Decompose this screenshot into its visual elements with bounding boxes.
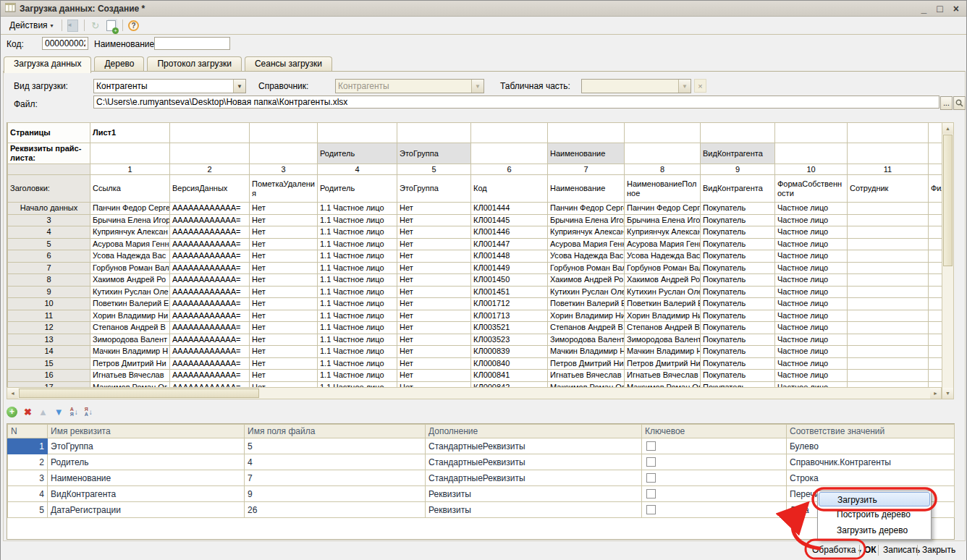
cell-deletion-mark[interactable]: Нет bbox=[250, 298, 318, 310]
cell-parent[interactable]: 1.1 Частное лицо bbox=[318, 262, 397, 274]
scroll-left-icon[interactable]: ◄ bbox=[7, 388, 18, 399]
cell-addition[interactable]: СтандартныеРеквизиты bbox=[426, 470, 642, 486]
tab-load-sessions[interactable]: Сеансы загрузки bbox=[245, 56, 332, 72]
column-header[interactable]: Фили bbox=[929, 175, 943, 203]
sort-ascending-icon[interactable]: АЯ↓ bbox=[70, 407, 78, 417]
cell-row-number[interactable]: 2 bbox=[8, 454, 48, 470]
cell-ownership[interactable]: Частное лицо bbox=[775, 370, 848, 382]
cell-addition[interactable]: Реквизиты bbox=[426, 502, 642, 518]
close-button[interactable]: × bbox=[953, 4, 959, 14]
cell-extra[interactable] bbox=[929, 346, 943, 358]
chevron-down-icon[interactable]: ▼ bbox=[233, 80, 245, 93]
cell-ref[interactable]: Мачкин Владимир Н bbox=[90, 346, 170, 358]
cell-ownership[interactable]: Частное лицо bbox=[775, 238, 848, 250]
key-checkbox[interactable] bbox=[646, 489, 656, 499]
cell-is-group[interactable]: Нет bbox=[397, 262, 471, 274]
cell-is-group[interactable]: Нет bbox=[397, 370, 471, 382]
cell-is-group[interactable]: Нет bbox=[397, 310, 471, 322]
cell-deletion-mark[interactable]: Нет bbox=[250, 370, 318, 382]
cell-extra[interactable] bbox=[929, 226, 943, 239]
cell-row-number[interactable]: 4 bbox=[8, 486, 48, 502]
copy-new-icon[interactable] bbox=[105, 19, 118, 32]
cell-ref[interactable]: Степанов Андрей В bbox=[90, 322, 170, 334]
cell-ownership[interactable]: Частное лицо bbox=[775, 214, 848, 226]
cell-name[interactable]: Степанов Андрей В bbox=[548, 322, 625, 334]
minimize-button[interactable]: _ bbox=[921, 4, 927, 14]
cell-ref[interactable]: Игнатьев Вячеслав bbox=[90, 370, 170, 382]
cell-kind[interactable]: Покупатель bbox=[701, 203, 775, 215]
cell-name[interactable]: Максимов Роман Ог bbox=[548, 381, 625, 387]
cell-key[interactable] bbox=[642, 502, 787, 518]
cell-full-name[interactable]: Петров Дмитрий Ни bbox=[625, 357, 701, 370]
attr-cell[interactable]: ЭтоГруппа bbox=[397, 143, 471, 164]
cell-ownership[interactable]: Частное лицо bbox=[775, 346, 848, 358]
cell-parent[interactable]: 1.1 Частное лицо bbox=[318, 334, 397, 346]
cell-is-group[interactable]: Нет bbox=[397, 298, 471, 310]
file-path-field[interactable] bbox=[93, 96, 939, 109]
cell-code[interactable]: КЛ001445 bbox=[471, 214, 548, 226]
cell-kind[interactable]: Покупатель bbox=[701, 322, 775, 334]
cell-is-group[interactable]: Нет bbox=[397, 250, 471, 263]
cell-is-group[interactable]: Нет bbox=[397, 381, 471, 387]
cell-is-group[interactable]: Нет bbox=[397, 286, 471, 298]
cell-name[interactable]: Горбунов Роман Вал bbox=[548, 262, 625, 274]
column-header[interactable]: НаименованиеПолное bbox=[625, 175, 701, 203]
cell-code[interactable]: КЛ001451 bbox=[471, 286, 548, 298]
cell-kind[interactable]: Покупатель bbox=[701, 250, 775, 263]
column-header[interactable]: ЭтоГруппа bbox=[397, 175, 471, 203]
cell-kind[interactable]: Покупатель bbox=[701, 334, 775, 346]
cell-code[interactable]: КЛ001712 bbox=[471, 298, 548, 310]
cell-file-field[interactable]: 7 bbox=[245, 470, 426, 486]
vertical-scroll-thumb[interactable] bbox=[943, 135, 953, 266]
cell-extra[interactable] bbox=[929, 250, 943, 263]
cell-is-group[interactable]: Нет bbox=[397, 226, 471, 239]
cell-is-group[interactable]: Нет bbox=[397, 214, 471, 226]
cell-extra[interactable] bbox=[929, 334, 943, 346]
clear-icon[interactable]: × bbox=[694, 79, 706, 93]
cell-deletion-mark[interactable]: Нет bbox=[250, 346, 318, 358]
column-header[interactable]: ПометкаУдаления bbox=[250, 175, 318, 203]
cell-name[interactable]: Асурова Мария Генн bbox=[548, 238, 625, 250]
cell-attr-name[interactable]: Наименование bbox=[48, 470, 245, 486]
cell-parent[interactable]: 1.1 Частное лицо bbox=[318, 238, 397, 250]
cell-name[interactable]: Куприянчук Алексан bbox=[548, 226, 625, 239]
cell-ref[interactable]: Панчин Федор Серге bbox=[90, 203, 170, 215]
cell-code[interactable]: КЛ001444 bbox=[471, 203, 548, 215]
delete-row-icon[interactable]: ✖ bbox=[24, 407, 32, 417]
cell-name[interactable]: Брычина Елена Игор bbox=[548, 214, 625, 226]
refresh-icon[interactable]: ↻ bbox=[89, 19, 102, 32]
cell-parent[interactable]: 1.1 Частное лицо bbox=[318, 226, 397, 239]
cell-is-group[interactable]: Нет bbox=[397, 334, 471, 346]
browse-button[interactable]: ... bbox=[940, 96, 953, 110]
menu-item-load[interactable]: Загрузить bbox=[819, 492, 930, 506]
column-header[interactable]: Ссылка bbox=[90, 175, 170, 203]
cell-full-name[interactable]: Панчин Федор Серге bbox=[625, 203, 701, 215]
cell-ownership[interactable]: Частное лицо bbox=[775, 226, 848, 239]
cell-code[interactable]: КЛ001446 bbox=[471, 226, 548, 239]
cell-value-match[interactable]: Булево bbox=[787, 438, 955, 454]
cell-name[interactable]: Поветкин Валерий Е bbox=[548, 298, 625, 310]
cell-employee[interactable] bbox=[848, 370, 929, 382]
attr-cell[interactable]: Родитель bbox=[318, 143, 397, 164]
cell-extra[interactable] bbox=[929, 298, 943, 310]
sheet-tab-list1[interactable]: Лист1 bbox=[90, 123, 170, 143]
cell-ref[interactable]: Хакимов Андрей Ро bbox=[90, 274, 170, 287]
cell-full-name[interactable]: Хорин Владимир Ни bbox=[625, 310, 701, 322]
col-attr-name[interactable]: Имя реквизита bbox=[48, 425, 245, 438]
cell-kind[interactable]: Покупатель bbox=[701, 298, 775, 310]
cell-parent[interactable]: 1.1 Частное лицо bbox=[318, 298, 397, 310]
cell-extra[interactable] bbox=[929, 262, 943, 274]
cell-value-match[interactable]: Строка bbox=[787, 470, 955, 486]
cell-full-name[interactable]: Асурова Мария Генн bbox=[625, 238, 701, 250]
cell-kind[interactable]: Покупатель bbox=[701, 370, 775, 382]
cell-code[interactable]: КЛ001448 bbox=[471, 250, 548, 263]
col-key[interactable]: Ключевое bbox=[642, 425, 787, 438]
menu-item-load-tree[interactable]: Загрузить дерево bbox=[819, 522, 930, 538]
cell-ref[interactable]: Хорин Владимир Ни bbox=[90, 310, 170, 322]
cell-name[interactable]: Панчин Федор Серге bbox=[548, 203, 625, 215]
cell-file-field[interactable]: 26 bbox=[245, 502, 426, 518]
cell-deletion-mark[interactable]: Нет bbox=[250, 334, 318, 346]
cell-ownership[interactable]: Частное лицо bbox=[775, 381, 848, 387]
cell-addition[interactable]: СтандартныеРеквизиты bbox=[426, 454, 642, 470]
cell-employee[interactable] bbox=[848, 310, 929, 322]
